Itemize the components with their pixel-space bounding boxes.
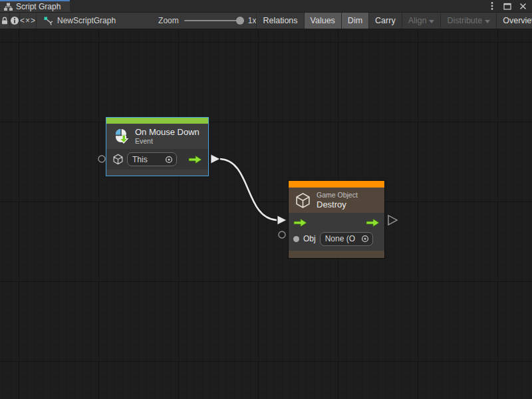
kebab-menu-icon[interactable]	[487, 1, 497, 11]
destroy-node-header: Game Object Destroy	[289, 188, 384, 213]
graph-name: NewScriptGraph	[57, 16, 116, 25]
graph-icon	[43, 16, 53, 26]
event-node-footer	[106, 170, 208, 176]
connection-end-arrow	[277, 215, 287, 225]
destroy-accent-strip	[289, 181, 384, 188]
node-on-mouse-down[interactable]: On Mouse Down Event This	[106, 117, 209, 176]
graph-breadcrumb[interactable]: NewScriptGraph	[37, 13, 122, 29]
info-icon[interactable]	[10, 13, 20, 29]
tab-bar: Script Graph	[0, 0, 532, 13]
obj-value-field[interactable]: None (O	[320, 232, 373, 246]
flow-output-port[interactable]	[366, 218, 380, 227]
tab-script-graph[interactable]: Script Graph	[0, 0, 70, 12]
node-title: Destroy	[317, 200, 358, 209]
event-node-ports: This	[106, 149, 208, 170]
graph-canvas[interactable]: On Mouse Down Event This	[0, 30, 532, 399]
cube-icon	[112, 154, 124, 165]
flow-output-port[interactable]	[188, 155, 202, 164]
event-node-header: On Mouse Down Event	[106, 124, 208, 149]
lock-icon[interactable]	[0, 13, 10, 29]
obj-port-label: Obj	[303, 234, 316, 243]
node-category: Game Object	[317, 191, 358, 200]
overview-button[interactable]: Overview	[496, 13, 532, 29]
align-button[interactable]: Align	[402, 13, 441, 29]
flow-connection[interactable]	[211, 154, 287, 225]
node-destroy[interactable]: Game Object Destroy	[288, 180, 385, 259]
mouse-down-icon	[112, 128, 130, 145]
script-graph-window: Script Graph	[0, 0, 532, 399]
tabbar-spacer	[70, 0, 487, 12]
connection-layer	[0, 30, 532, 399]
target-value-text: This	[132, 155, 148, 164]
node-title: On Mouse Down	[135, 127, 200, 137]
close-icon[interactable]	[517, 1, 528, 11]
values-button[interactable]: Values	[304, 13, 341, 29]
zoom-slider-handle[interactable]	[236, 17, 244, 25]
dim-button[interactable]: Dim	[341, 13, 368, 29]
code-glyph: <×>	[20, 16, 36, 25]
tab-title: Script Graph	[16, 2, 61, 11]
chevron-down-icon	[429, 20, 434, 23]
destroy-obj-outer-port[interactable]	[279, 231, 285, 238]
code-icon[interactable]: <×>	[20, 13, 37, 29]
target-icon[interactable]	[361, 235, 369, 243]
cube-icon	[295, 192, 311, 209]
destroy-flow-continuation-icon[interactable]	[388, 215, 397, 225]
destroy-node-ports: Obj None (O	[289, 213, 384, 251]
maximize-icon[interactable]	[502, 1, 513, 11]
event-accent-strip	[106, 118, 208, 124]
connection-start-arrow	[211, 154, 220, 164]
carry-button[interactable]: Carry	[368, 13, 402, 29]
zoom-control: Zoom 1x	[158, 13, 256, 29]
graph-toolbar: <×> NewScriptGraph Zoom 1x Relations Val…	[0, 13, 532, 29]
target-icon[interactable]	[165, 156, 173, 164]
chevron-down-icon	[485, 20, 490, 23]
node-subtitle: Event	[135, 137, 200, 146]
target-value-field[interactable]: This	[127, 152, 177, 166]
zoom-slider[interactable]	[184, 20, 243, 21]
relations-button[interactable]: Relations	[256, 13, 303, 29]
hierarchy-icon	[4, 3, 13, 11]
obj-value-text: None (O	[325, 234, 355, 243]
zoom-value: 1x	[248, 16, 257, 25]
zoom-label: Zoom	[158, 16, 179, 25]
toolbar-buttons: Relations Values Dim Carry Align Distrib…	[256, 13, 532, 29]
event-target-outer-port[interactable]	[98, 156, 105, 162]
flow-input-port[interactable]	[293, 218, 307, 227]
obj-input-port[interactable]	[293, 236, 299, 242]
distribute-button[interactable]: Distribute	[440, 13, 496, 29]
destroy-node-footer	[289, 251, 384, 258]
